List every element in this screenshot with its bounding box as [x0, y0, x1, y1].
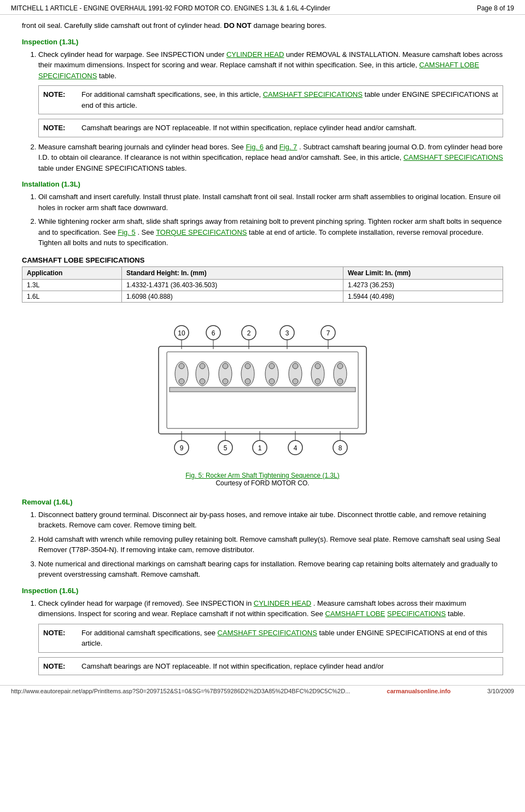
- item1-end: table.: [97, 72, 116, 80]
- note-box-2: NOTE: Camshaft bearings are NOT replacea…: [38, 119, 503, 137]
- col-wear-limit: Wear Limit: In. (mm): [343, 266, 503, 279]
- svg-point-8: [200, 379, 205, 384]
- note2-content: Camshaft bearings are NOT replaceable. I…: [81, 123, 417, 134]
- svg-text:6: 6: [212, 329, 215, 337]
- wear-limit-13L: 1.4273 (36.253): [343, 279, 503, 291]
- svg-point-4: [179, 363, 184, 369]
- svg-point-14: [245, 379, 250, 384]
- page-footer: http://www.eautorepair.net/app/PrintItem…: [0, 685, 525, 697]
- svg-point-22: [315, 363, 320, 369]
- page-content: front oil seal. Carefully slide camshaft…: [0, 15, 525, 685]
- camshaft-lobe-table: Application Standard Height: In. (mm) We…: [22, 266, 503, 303]
- intro-end: damage bearing bores.: [253, 21, 326, 30]
- figure-courtesy: Courtesy of FORD MOTOR CO.: [215, 479, 309, 487]
- svg-point-19: [293, 363, 298, 369]
- svg-point-13: [245, 363, 250, 369]
- svg-point-17: [269, 379, 275, 384]
- removal-16L-item3: Note numerical and directional markings …: [38, 559, 503, 580]
- rocker-arm-diagram: 10 6 2 3 7 9 5 1 4: [142, 314, 383, 467]
- removal-16L-list: Disconnect battery ground terminal. Disc…: [38, 509, 503, 580]
- page-number: Page 8 of 19: [477, 4, 514, 12]
- table-row: 1.3L 1.4332-1.4371 (36.403-36.503) 1.427…: [22, 279, 503, 291]
- svg-point-5: [179, 379, 184, 384]
- inspection-13L-item2: Measure camshaft bearing journals and cy…: [38, 142, 503, 174]
- inspection-13L-list: Check cylinder head for warpage. See INS…: [38, 49, 503, 174]
- figure-caption: Fig. 5: Rocker Arm Shaft Tightening Sequ…: [22, 472, 503, 487]
- cylinder-head-link2[interactable]: CYLINDER HEAD: [254, 599, 311, 607]
- article-title: MITCHELL 1 ARTICLE - ENGINE OVERHAUL 199…: [11, 4, 330, 12]
- camshaft-lobe-link2[interactable]: CAMSHAFT LOBE: [325, 610, 386, 618]
- table-title: CAMSHAFT LOBE SPECIFICATIONS: [22, 256, 503, 264]
- app-13L: 1.3L: [22, 279, 122, 291]
- svg-text:5: 5: [224, 444, 228, 452]
- col-standard-height: Standard Height: In. (mm): [122, 266, 343, 279]
- torque-spec-link[interactable]: TORQUE SPECIFICATIONS: [156, 228, 247, 236]
- inspection-16L-item1: Check cylinder head for warpage (if remo…: [38, 598, 503, 676]
- note3-content: For additional camshaft specifications, …: [81, 628, 498, 649]
- footer-url[interactable]: http://www.eautorepair.net/app/PrintItem…: [11, 688, 350, 694]
- note-box-3: NOTE: For additional camshaft specificat…: [38, 624, 503, 653]
- note3-label: NOTE:: [43, 628, 76, 649]
- removal-16L-heading: Removal (1.6L): [22, 498, 503, 506]
- std-height-16L: 1.6098 (40.888): [122, 291, 343, 302]
- camshaft-spec-link3[interactable]: SPECIFICATIONS: [387, 610, 446, 618]
- svg-text:9: 9: [180, 444, 184, 452]
- installation-13L-list: Oil camshaft and insert carefully. Insta…: [38, 192, 503, 248]
- svg-point-11: [223, 379, 228, 384]
- svg-text:2: 2: [247, 329, 251, 337]
- figure-container: 10 6 2 3 7 9 5 1 4: [22, 314, 503, 487]
- svg-point-25: [337, 363, 343, 369]
- page-header: MITCHELL 1 ARTICLE - ENGINE OVERHAUL 199…: [0, 0, 525, 15]
- footer-date: 3/10/2009: [487, 688, 514, 694]
- note1-content: For additional camshaft specifications, …: [81, 89, 498, 111]
- svg-text:1: 1: [258, 444, 262, 452]
- svg-text:10: 10: [178, 329, 185, 337]
- footer-logo: carmanualsonline.info: [387, 688, 451, 694]
- svg-point-26: [337, 379, 343, 384]
- intro-text: front oil seal. Carefully slide camshaft…: [22, 21, 222, 30]
- camshaft-spec-link4[interactable]: CAMSHAFT SPECIFICATIONS: [218, 629, 317, 637]
- col-application: Application: [22, 266, 122, 279]
- table-header-row: Application Standard Height: In. (mm) We…: [22, 266, 503, 279]
- intro-bold: DO NOT: [224, 21, 252, 30]
- fig6-link[interactable]: Fig. 6: [246, 143, 264, 151]
- note-box-4: NOTE: Camshaft bearings are NOT replacea…: [38, 657, 503, 676]
- fig5-link[interactable]: Fig. 5: [118, 228, 136, 236]
- wear-limit-16L: 1.5944 (40.498): [343, 291, 503, 302]
- svg-text:3: 3: [285, 329, 289, 337]
- inspection-16L-list: Check cylinder head for warpage (if remo…: [38, 598, 503, 676]
- figure-link[interactable]: Fig. 5: Rocker Arm Shaft Tightening Sequ…: [185, 472, 339, 479]
- inspection-13L-item1: Check cylinder head for warpage. See INS…: [38, 49, 503, 137]
- svg-point-10: [223, 363, 228, 369]
- svg-rect-2: [170, 387, 355, 392]
- cylinder-head-link1[interactable]: CYLINDER HEAD: [226, 50, 284, 59]
- svg-text:8: 8: [339, 444, 342, 452]
- fig7-link[interactable]: Fig. 7: [279, 143, 298, 151]
- note2-label: NOTE:: [43, 123, 76, 134]
- svg-text:4: 4: [294, 444, 298, 452]
- inspection-16L-heading: Inspection (1.6L): [22, 587, 503, 595]
- app-16L: 1.6L: [22, 291, 122, 302]
- item1-text: Check cylinder head for warpage. See INS…: [38, 50, 226, 59]
- svg-point-20: [293, 379, 298, 384]
- svg-point-7: [200, 363, 205, 369]
- intro-paragraph: front oil seal. Carefully slide camshaft…: [22, 20, 503, 31]
- camshaft-spec-link2[interactable]: CAMSHAFT SPECIFICATIONS: [404, 153, 503, 161]
- removal-16L-item2: Hold camshaft with wrench while removing…: [38, 534, 503, 555]
- note4-label: NOTE:: [43, 661, 76, 672]
- std-height-13L: 1.4332-1.4371 (36.403-36.503): [122, 279, 343, 291]
- removal-16L-item1: Disconnect battery ground terminal. Disc…: [38, 509, 503, 531]
- camshaft-spec-link1[interactable]: CAMSHAFT SPECIFICATIONS: [263, 90, 363, 98]
- inspection-13L-heading: Inspection (1.3L): [22, 38, 503, 46]
- installation-13L-item2: While tightening rocker arm shaft, slide…: [38, 216, 503, 248]
- note4-content: Camshaft bearings are NOT replaceable. I…: [81, 661, 384, 672]
- note-box-1: NOTE: For additional camshaft specificat…: [38, 85, 503, 114]
- installation-13L-heading: Installation (1.3L): [22, 180, 503, 188]
- svg-point-23: [315, 379, 320, 384]
- table-row: 1.6L 1.6098 (40.888) 1.5944 (40.498): [22, 291, 503, 302]
- note1-label: NOTE:: [43, 89, 76, 111]
- svg-text:7: 7: [326, 329, 330, 337]
- svg-point-16: [269, 363, 275, 369]
- installation-13L-item1: Oil camshaft and insert carefully. Insta…: [38, 192, 503, 213]
